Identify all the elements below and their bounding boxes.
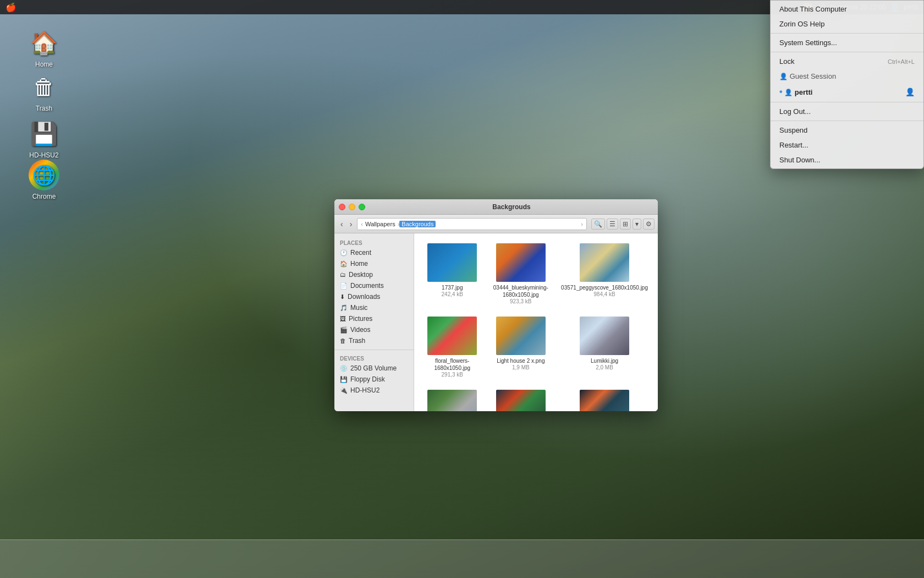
breadcrumb-arrow-right[interactable]: › [581,221,583,227]
file-name-f5: Light house 2 x.png [497,357,544,364]
file-item-f7[interactable]: merikotka.png2,6 MB [421,386,484,411]
file-thumb-f9 [580,390,629,411]
desktop-icon-home[interactable]: 🏠 Home [22,28,66,68]
sidebar-videos-label: Videos [350,326,370,334]
sidebar-item-recent[interactable]: 🕐 Recent [334,247,414,258]
user-menu-dropdown: About This Computer Zorin OS Help System… [770,0,924,169]
file-thumb-f3 [580,243,629,282]
active-user-dot: • [779,87,783,96]
file-name-f3: 03571_peggyscove_1680x1050.jpg [561,284,648,291]
breadcrumb-backgrouds[interactable]: Backgrouds [399,221,436,227]
floppy-icon: 💾 [340,376,348,383]
grid-view-button[interactable]: ⊞ [620,219,631,230]
list-view-button[interactable]: ☰ [607,219,618,230]
sidebar-devices-label: Devices [334,353,414,363]
desktop-icon-hd[interactable]: 💾 HD-HSU2 [22,118,66,159]
file-item-f4[interactable]: floral_flowers-924x578.jpg291,3 kB [421,313,484,381]
pictures-icon: 🖼 [340,315,346,322]
menu-guest-session[interactable]: 👤 Guest Session [771,69,923,84]
sidebar-item-downloads[interactable]: ⬇ Downloads [334,291,414,302]
file-item-f5[interactable]: Light house 2 x.png1,9 MB [490,313,553,381]
desktop-icon-sidebar: 🗂 [340,271,346,278]
toolbar-right: 🔍 ☰ ⊞ ▾ ⚙ [591,219,654,230]
hd-label: HD-HSU2 [29,151,58,159]
window-titlebar: Backgrouds [334,199,658,215]
file-name-f2: 03444_blueskymining-924x578.jpg [493,284,549,298]
trash-icon: 🗑 [29,72,59,102]
sidebar: Places 🕐 Recent 🏠 Home 🗂 Desktop 📄 Docum… [334,233,414,411]
file-item-f1[interactable]: 1737.jpg242,4 kB [421,240,484,308]
file-thumb-f4 [427,317,477,355]
breadcrumb-bar: ‹ Wallpapers › Backgrouds › [357,218,587,230]
desktop-icon-chrome[interactable]: 🌐 Chrome [22,160,66,200]
sidebar-downloads-label: Downloads [348,293,380,301]
menu-zorin-help[interactable]: Zorin OS Help [771,17,923,31]
file-item-f6[interactable]: Lumikki.jpg2,0 MB [558,313,651,381]
menu-lock[interactable]: Lock Ctrl+Alt+L [771,54,923,69]
sidebar-divider [334,350,414,350]
sidebar-item-250gb[interactable]: 💿 250 GB Volume [334,363,414,374]
file-thumb-f7 [427,390,477,411]
menu-logout[interactable]: Log Out... [771,104,923,119]
window-maximize-button[interactable] [359,204,365,210]
file-name-f4: floral_flowers-924x578.jpg [424,357,481,372]
file-size-f2: 923,3 kB [510,298,531,304]
documents-icon: 📄 [340,282,348,290]
sidebar-home-label: Home [350,260,368,268]
sidebar-250gb-label: 250 GB Volume [350,364,397,372]
sidebar-item-videos[interactable]: 🎬 Videos [334,324,414,335]
toolbar-nav: ‹ › [338,219,355,230]
sidebar-item-trash[interactable]: 🗑 Trash [334,335,414,346]
menu-system-settings[interactable]: System Settings... [771,35,923,50]
sidebar-item-desktop[interactable]: 🗂 Desktop [334,269,414,280]
sidebar-music-label: Music [350,304,367,312]
user-icon-small: 👤 [784,89,793,96]
downloads-icon: ⬇ [340,293,345,301]
settings-button[interactable]: ⚙ [643,219,654,230]
sort-button[interactable]: ▾ [632,219,641,230]
guest-icon: 👤 [779,73,788,80]
menu-about[interactable]: About This Computer [771,2,923,17]
sidebar-item-home[interactable]: 🏠 Home [334,258,414,269]
file-item-f2[interactable]: 03444_blueskymining-924x578.jpg923,3 k… [490,240,553,308]
sidebar-item-hd-hsu2[interactable]: 🔌 HD-HSU2 [334,385,414,396]
sidebar-pictures-label: Pictures [349,315,372,323]
window-minimize-button[interactable] [349,204,355,210]
window-close-button[interactable] [339,204,345,210]
zorin-icon[interactable]: 🍎 [6,2,16,13]
menu-shutdown[interactable]: Shut Down... [771,152,923,167]
file-item-f8[interactable]: san_diego_skyline-924x578.jpg443,7 kB [490,386,553,411]
home-sidebar-icon: 🏠 [340,260,348,268]
sidebar-floppy-label: Floppy Disk [350,375,385,383]
menu-restart[interactable]: Restart... [771,138,923,152]
breadcrumb-wallpapers[interactable]: Wallpapers [363,221,398,227]
sidebar-item-pictures[interactable]: 🖼 Pictures [334,313,414,324]
sidebar-item-music[interactable]: 🎵 Music [334,302,414,313]
dock [0,539,924,578]
file-thumb-f6 [580,317,629,355]
file-thumb-f1 [427,243,477,282]
videos-icon: 🎬 [340,326,348,334]
user-account-icon: 👤 [905,88,915,96]
search-button[interactable]: 🔍 [591,219,605,230]
window-body: Places 🕐 Recent 🏠 Home 🗂 Desktop 📄 Docum… [334,233,658,411]
sidebar-item-documents[interactable]: 📄 Documents [334,280,414,291]
sidebar-item-floppy[interactable]: 💾 Floppy Disk [334,374,414,385]
menu-suspend[interactable]: Suspend [771,123,923,138]
home-icon: 🏠 [29,28,59,58]
file-item-f3[interactable]: 03571_peggyscove_1680x1050.jpg984,4 kB [558,240,651,308]
lock-shortcut: Ctrl+Alt+L [888,58,915,65]
file-name-f1: 1737.jpg [442,284,463,291]
menu-user-pertti[interactable]: • 👤 pertti 👤 [771,84,923,100]
back-button[interactable]: ‹ [338,219,346,230]
forward-button[interactable]: › [347,219,355,230]
desktop-icon-trash[interactable]: 🗑 Trash [22,72,66,112]
file-area: 1737.jpg242,4 kB03444_blueskymining-1680… [414,233,658,411]
file-item-f9[interactable]: san_francisco_skyline-924x578.jpg548,9… [558,386,651,411]
window-controls [339,204,365,210]
file-size-f1: 242,4 kB [442,291,463,297]
chrome-label: Chrome [32,193,56,200]
menu-sep-2 [771,52,923,52]
menubar-left: 🍎 [6,2,16,13]
file-size-f5: 1,9 MB [512,364,530,370]
